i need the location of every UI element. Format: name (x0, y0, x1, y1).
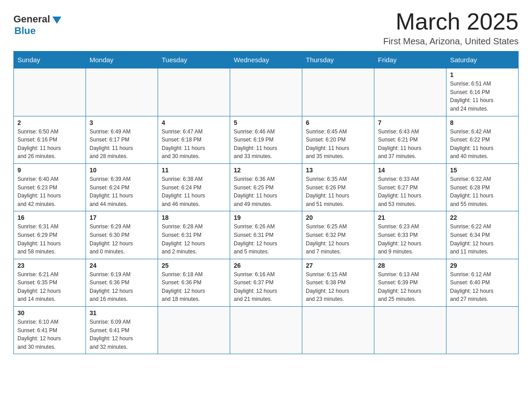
calendar-cell: 12Sunrise: 6:36 AMSunset: 6:25 PMDayligh… (230, 163, 302, 211)
day-info: Sunrise: 6:09 AMSunset: 6:41 PMDaylight:… (90, 318, 154, 351)
logo-text: General (13, 13, 61, 25)
calendar-cell: 29Sunrise: 6:12 AMSunset: 6:40 PMDayligh… (446, 259, 519, 306)
day-number: 14 (378, 167, 442, 174)
calendar-week-row: 2Sunrise: 6:50 AMSunset: 6:16 PMDaylight… (14, 116, 519, 163)
day-info: Sunrise: 6:42 AMSunset: 6:22 PMDaylight:… (450, 128, 515, 161)
calendar-cell: 18Sunrise: 6:28 AMSunset: 6:31 PMDayligh… (158, 211, 230, 259)
day-number: 2 (17, 119, 82, 126)
calendar-cell (446, 307, 519, 354)
day-number: 4 (162, 119, 226, 126)
calendar-cell: 9Sunrise: 6:40 AMSunset: 6:23 PMDaylight… (14, 163, 86, 211)
day-number: 12 (234, 167, 298, 174)
day-number: 20 (306, 214, 370, 221)
day-info: Sunrise: 6:38 AMSunset: 6:24 PMDaylight:… (162, 175, 226, 208)
logo-general-text: General (13, 13, 50, 25)
day-number: 13 (306, 167, 370, 174)
calendar-cell: 10Sunrise: 6:39 AMSunset: 6:24 PMDayligh… (86, 163, 158, 211)
day-number: 21 (378, 214, 442, 221)
day-number: 9 (17, 167, 82, 174)
weekday-header-monday: Monday (86, 51, 158, 68)
calendar-week-row: 16Sunrise: 6:31 AMSunset: 6:29 PMDayligh… (14, 211, 519, 259)
calendar-cell: 4Sunrise: 6:47 AMSunset: 6:18 PMDaylight… (158, 116, 230, 163)
day-number: 28 (378, 262, 442, 269)
day-info: Sunrise: 6:47 AMSunset: 6:18 PMDaylight:… (162, 128, 226, 161)
day-info: Sunrise: 6:43 AMSunset: 6:21 PMDaylight:… (378, 128, 442, 161)
day-number: 18 (162, 214, 226, 221)
day-info: Sunrise: 6:32 AMSunset: 6:28 PMDaylight:… (450, 175, 515, 208)
calendar-cell: 8Sunrise: 6:42 AMSunset: 6:22 PMDaylight… (446, 116, 519, 163)
day-info: Sunrise: 6:16 AMSunset: 6:37 PMDaylight:… (234, 270, 298, 304)
day-number: 1 (450, 71, 515, 78)
calendar-cell: 20Sunrise: 6:25 AMSunset: 6:32 PMDayligh… (302, 211, 374, 259)
weekday-header-friday: Friday (374, 51, 446, 68)
location-subtitle: First Mesa, Arizona, United States (383, 36, 519, 47)
day-number: 6 (306, 119, 370, 126)
day-info: Sunrise: 6:40 AMSunset: 6:23 PMDaylight:… (17, 175, 82, 208)
calendar-cell: 16Sunrise: 6:31 AMSunset: 6:29 PMDayligh… (14, 211, 86, 259)
calendar-cell: 13Sunrise: 6:35 AMSunset: 6:26 PMDayligh… (302, 163, 374, 211)
calendar-cell (374, 307, 446, 354)
day-info: Sunrise: 6:21 AMSunset: 6:35 PMDaylight:… (17, 270, 82, 304)
day-info: Sunrise: 6:51 AMSunset: 6:16 PMDaylight:… (450, 80, 515, 113)
calendar-table: SundayMondayTuesdayWednesdayThursdayFrid… (13, 51, 519, 354)
day-info: Sunrise: 6:39 AMSunset: 6:24 PMDaylight:… (90, 175, 154, 208)
calendar-cell (86, 68, 158, 116)
calendar-cell: 17Sunrise: 6:29 AMSunset: 6:30 PMDayligh… (86, 211, 158, 259)
calendar-cell: 14Sunrise: 6:33 AMSunset: 6:27 PMDayligh… (374, 163, 446, 211)
calendar-cell: 28Sunrise: 6:13 AMSunset: 6:39 PMDayligh… (374, 259, 446, 306)
calendar-cell: 30Sunrise: 6:10 AMSunset: 6:41 PMDayligh… (14, 307, 86, 354)
calendar-cell: 22Sunrise: 6:22 AMSunset: 6:34 PMDayligh… (446, 211, 519, 259)
day-info: Sunrise: 6:10 AMSunset: 6:41 PMDaylight:… (17, 318, 82, 351)
day-number: 5 (234, 119, 298, 126)
calendar-cell: 15Sunrise: 6:32 AMSunset: 6:28 PMDayligh… (446, 163, 519, 211)
weekday-header-sunday: Sunday (14, 51, 86, 68)
day-info: Sunrise: 6:35 AMSunset: 6:26 PMDaylight:… (306, 175, 370, 208)
calendar-cell: 7Sunrise: 6:43 AMSunset: 6:21 PMDaylight… (374, 116, 446, 163)
calendar-cell: 3Sunrise: 6:49 AMSunset: 6:17 PMDaylight… (86, 116, 158, 163)
calendar-cell: 6Sunrise: 6:45 AMSunset: 6:20 PMDaylight… (302, 116, 374, 163)
day-number: 11 (162, 167, 226, 174)
day-info: Sunrise: 6:49 AMSunset: 6:17 PMDaylight:… (90, 128, 154, 161)
title-block: March 2025 First Mesa, Arizona, United S… (383, 9, 519, 47)
logo-blue-text: Blue (14, 25, 36, 37)
calendar-week-row: 1Sunrise: 6:51 AMSunset: 6:16 PMDaylight… (14, 68, 519, 116)
weekday-header-thursday: Thursday (302, 51, 374, 68)
calendar-cell: 21Sunrise: 6:23 AMSunset: 6:33 PMDayligh… (374, 211, 446, 259)
day-info: Sunrise: 6:36 AMSunset: 6:25 PMDaylight:… (234, 175, 298, 208)
calendar-cell: 26Sunrise: 6:16 AMSunset: 6:37 PMDayligh… (230, 259, 302, 306)
calendar-cell (374, 68, 446, 116)
day-number: 26 (234, 262, 298, 269)
calendar-cell (158, 68, 230, 116)
calendar-cell (230, 307, 302, 354)
day-info: Sunrise: 6:45 AMSunset: 6:20 PMDaylight:… (306, 128, 370, 161)
day-number: 24 (90, 262, 154, 269)
day-info: Sunrise: 6:22 AMSunset: 6:34 PMDaylight:… (450, 223, 515, 256)
calendar-week-row: 30Sunrise: 6:10 AMSunset: 6:41 PMDayligh… (14, 307, 519, 354)
day-info: Sunrise: 6:46 AMSunset: 6:19 PMDaylight:… (234, 128, 298, 161)
day-info: Sunrise: 6:19 AMSunset: 6:36 PMDaylight:… (90, 270, 154, 304)
day-number: 8 (450, 119, 515, 126)
calendar-cell (302, 307, 374, 354)
day-info: Sunrise: 6:15 AMSunset: 6:38 PMDaylight:… (306, 270, 370, 304)
day-info: Sunrise: 6:18 AMSunset: 6:36 PMDaylight:… (162, 270, 226, 304)
calendar-cell (158, 307, 230, 354)
day-number: 30 (17, 309, 82, 317)
calendar-cell: 31Sunrise: 6:09 AMSunset: 6:41 PMDayligh… (86, 307, 158, 354)
calendar-cell (302, 68, 374, 116)
day-info: Sunrise: 6:25 AMSunset: 6:32 PMDaylight:… (306, 223, 370, 256)
calendar-cell: 11Sunrise: 6:38 AMSunset: 6:24 PMDayligh… (158, 163, 230, 211)
calendar-cell (230, 68, 302, 116)
day-number: 15 (450, 167, 515, 174)
day-info: Sunrise: 6:29 AMSunset: 6:30 PMDaylight:… (90, 223, 154, 256)
calendar-cell: 2Sunrise: 6:50 AMSunset: 6:16 PMDaylight… (14, 116, 86, 163)
day-info: Sunrise: 6:33 AMSunset: 6:27 PMDaylight:… (378, 175, 442, 208)
day-info: Sunrise: 6:28 AMSunset: 6:31 PMDaylight:… (162, 223, 226, 256)
day-number: 17 (90, 214, 154, 221)
day-info: Sunrise: 6:13 AMSunset: 6:39 PMDaylight:… (378, 270, 442, 304)
calendar-cell: 1Sunrise: 6:51 AMSunset: 6:16 PMDaylight… (446, 68, 519, 116)
day-number: 29 (450, 262, 515, 269)
day-info: Sunrise: 6:23 AMSunset: 6:33 PMDaylight:… (378, 223, 442, 256)
calendar-cell: 24Sunrise: 6:19 AMSunset: 6:36 PMDayligh… (86, 259, 158, 306)
weekday-header-row: SundayMondayTuesdayWednesdayThursdayFrid… (14, 51, 519, 68)
day-info: Sunrise: 6:50 AMSunset: 6:16 PMDaylight:… (17, 128, 82, 161)
